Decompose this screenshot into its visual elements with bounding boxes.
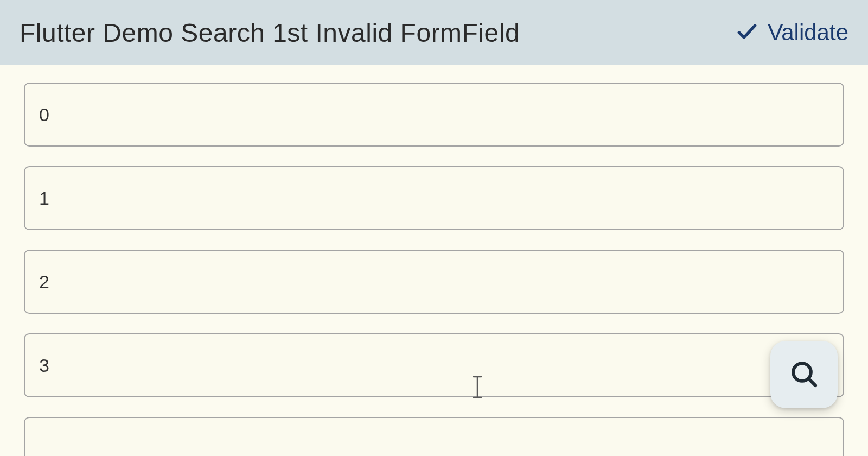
appbar-title: Flutter Demo Search 1st Invalid FormFiel… xyxy=(20,18,520,48)
form-field-1[interactable] xyxy=(24,166,844,230)
form-field-row xyxy=(24,250,844,314)
form-field-0[interactable] xyxy=(24,83,844,147)
form-field-3[interactable] xyxy=(24,333,844,397)
app-bar: Flutter Demo Search 1st Invalid FormFiel… xyxy=(0,0,868,65)
validate-label: Validate xyxy=(768,20,848,46)
svg-line-4 xyxy=(809,378,815,385)
search-icon xyxy=(789,359,819,391)
check-icon xyxy=(735,20,759,46)
form-field-row xyxy=(24,166,844,230)
form-field-2[interactable] xyxy=(24,250,844,314)
form-field-row xyxy=(24,333,844,397)
validate-button[interactable]: Validate xyxy=(735,20,848,46)
form-field-row xyxy=(24,417,844,456)
form-field-4[interactable] xyxy=(24,417,844,456)
search-fab[interactable] xyxy=(770,341,838,408)
form-body xyxy=(0,65,868,456)
form-field-row xyxy=(24,83,844,147)
